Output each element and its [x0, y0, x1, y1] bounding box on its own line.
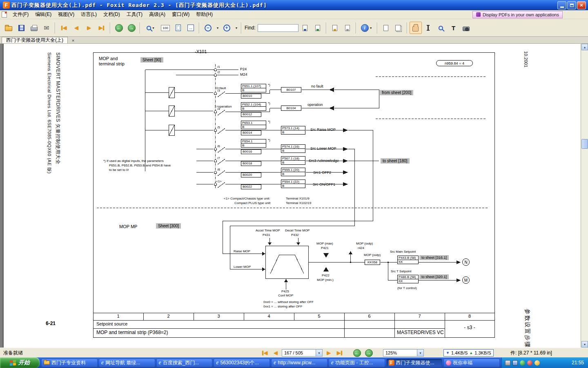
snapshot-button[interactable] — [329, 22, 341, 34]
restore-button[interactable] — [567, 1, 576, 9]
save-button[interactable] — [15, 22, 27, 34]
forward-icon: → — [128, 24, 136, 32]
param-box: P652.1 (104)B — [241, 102, 266, 111]
footnote-line: *) If used as digital inputs, the parame… — [103, 159, 164, 163]
fit-page-button[interactable] — [172, 22, 184, 34]
zoom-in-button[interactable]: + — [220, 22, 233, 34]
status-first-page-button[interactable]: ◀ — [260, 349, 270, 357]
table-col: 2 — [143, 314, 194, 319]
signal-label: Src3 Acknowledge — [309, 159, 339, 163]
task-browser-1[interactable]: e网址导航 最绿... — [99, 359, 155, 367]
select-text-button[interactable] — [422, 22, 434, 34]
close-button[interactable]: × — [577, 1, 586, 9]
camera-button[interactable] — [460, 22, 472, 34]
status-ready: 准备就绪 — [3, 348, 23, 358]
fit-page-icon — [176, 25, 181, 31]
hand-tool-button[interactable] — [410, 22, 422, 34]
page-combo-dropdown-icon[interactable]: ▼ — [316, 350, 322, 356]
zoom-out-menu-button[interactable]: ▼ — [214, 22, 220, 34]
titlebar[interactable]: F 西门子变频器使用大全(上).pdf - Foxit Reader 2.3 -… — [0, 0, 588, 10]
find-next-button[interactable] — [299, 22, 311, 34]
info-button[interactable]: i▼ — [359, 22, 375, 34]
task-browser-3[interactable]: e563002343的个... — [214, 359, 270, 367]
minimize-button[interactable] — [557, 1, 566, 9]
main-setpoint-node: N — [462, 258, 470, 266]
mop-min-label: MOP (min.) — [317, 278, 334, 282]
terminal-label: /8 — [217, 168, 220, 171]
go-back-button[interactable]: ← — [113, 22, 125, 34]
menu-tools[interactable]: 工具(T) — [123, 10, 146, 19]
to-sheet-ref: to sheet [180] — [381, 158, 410, 164]
menu-language[interactable]: 语言(L) — [78, 10, 100, 19]
single-page-button[interactable] — [380, 22, 392, 34]
task-foxit-active[interactable]: F西门子变频器使... — [386, 359, 443, 367]
document-tab[interactable]: 西门子变频器使用大全(上) — [2, 37, 68, 43]
menu-window[interactable]: 窗口(W) — [169, 10, 193, 19]
tab-close-icon[interactable]: × — [70, 38, 76, 43]
status-back-button[interactable]: ← — [352, 348, 362, 357]
status-prev-page-button[interactable]: ◀ — [271, 349, 281, 357]
keyboard-icon[interactable] — [512, 360, 518, 366]
binector-box: B0014 — [241, 130, 261, 135]
terminal-label: /1 — [217, 65, 220, 69]
open-button[interactable] — [2, 22, 15, 34]
menu-document[interactable]: 文档(D) — [100, 10, 123, 19]
zoom-combo[interactable]: 125% ▼ — [383, 349, 424, 357]
document-icon[interactable] — [2, 11, 7, 18]
menu-advanced[interactable]: 高级(A) — [146, 10, 169, 19]
first-page-button[interactable]: ◀ — [58, 22, 70, 34]
continuous-page-button[interactable] — [392, 22, 405, 34]
status-next-page-button[interactable]: ▶ — [324, 349, 334, 357]
task-chat[interactable]: 祝你幸福 — [443, 359, 500, 367]
p486-box: P486.B (58)KK — [397, 275, 419, 283]
find-input[interactable] — [258, 24, 298, 32]
task-browser-2[interactable]: e百度搜索_西门... — [156, 359, 213, 367]
connector-box: P555.1 (20)B — [281, 168, 305, 176]
document-area[interactable]: Siemens Electrical Drives Ltd. 6SE7085-0… — [0, 44, 588, 348]
start-button[interactable]: 开始 — [0, 357, 40, 368]
scroll-up-button[interactable]: ▲ — [581, 44, 588, 50]
task-browser-4[interactable]: ehttp://www.plcw... — [271, 359, 327, 367]
page-number-combo[interactable]: 167 / 505 ▼ — [282, 349, 323, 357]
menu-view[interactable]: 视图(V) — [55, 10, 78, 19]
terminal-label: <1> — [216, 180, 222, 183]
toolbar-separator — [55, 22, 56, 34]
download-speed: 1.4KB/S — [451, 350, 468, 355]
scrollbar-thumb[interactable] — [581, 139, 588, 149]
compact-note: <1> Compact/Chassis type unit: — [224, 197, 270, 200]
menu-file[interactable]: 文件(F) — [9, 10, 32, 19]
zoom-100-button[interactable]: 100 — [159, 22, 172, 34]
task-folder[interactable]: 西门子专业资料 — [41, 359, 98, 367]
zoom-in-menu-button[interactable]: ▼ — [233, 22, 239, 34]
go-forward-button[interactable]: → — [125, 22, 138, 34]
next-page-button[interactable]: ▶ — [83, 22, 95, 34]
for-t-control-label: (for T control) — [397, 286, 417, 290]
find-prev-button[interactable] — [312, 22, 324, 34]
zoom-combo-dropdown-icon[interactable]: ▼ — [417, 350, 423, 356]
clipboard-button[interactable] — [341, 22, 354, 34]
tray-messenger-icon[interactable] — [535, 360, 540, 366]
tray-antivirus-icon[interactable] — [520, 360, 525, 366]
task-browser-5[interactable]: e功能页面 - 工控... — [329, 359, 385, 367]
status-last-page-button[interactable]: ▶ — [335, 349, 345, 357]
typewriter-button[interactable]: T — [448, 22, 460, 34]
loupe-button[interactable] — [435, 22, 447, 34]
zoom-out-button[interactable]: − — [202, 22, 214, 34]
promo-banner[interactable]: Display PDFs in your own applications — [472, 11, 563, 18]
table-col: 6 — [344, 314, 394, 319]
vertical-scrollbar[interactable]: ▲ ▼ — [581, 44, 588, 348]
prev-page-button[interactable]: ◀ — [70, 22, 82, 34]
storing-note: 0xx1 = ... storing after OFF — [263, 305, 302, 308]
input-method-icon[interactable] — [505, 360, 510, 366]
status-forward-button[interactable]: → — [363, 348, 374, 357]
menu-help[interactable]: 帮助(H) — [193, 10, 216, 19]
fit-width-button[interactable]: ↔ — [185, 22, 197, 34]
last-page-button[interactable]: ▶ — [96, 22, 108, 34]
zoom-tool-button[interactable]: ▼ — [143, 22, 159, 34]
download-arrow-icon: ▼ — [446, 351, 450, 355]
email-button[interactable]: ✉ — [40, 22, 53, 34]
print-button[interactable] — [28, 22, 40, 34]
tray-monitor-icon[interactable] — [527, 360, 532, 366]
scroll-down-button[interactable]: ▼ — [581, 341, 588, 348]
menu-edit[interactable]: 编辑(E) — [32, 10, 55, 19]
